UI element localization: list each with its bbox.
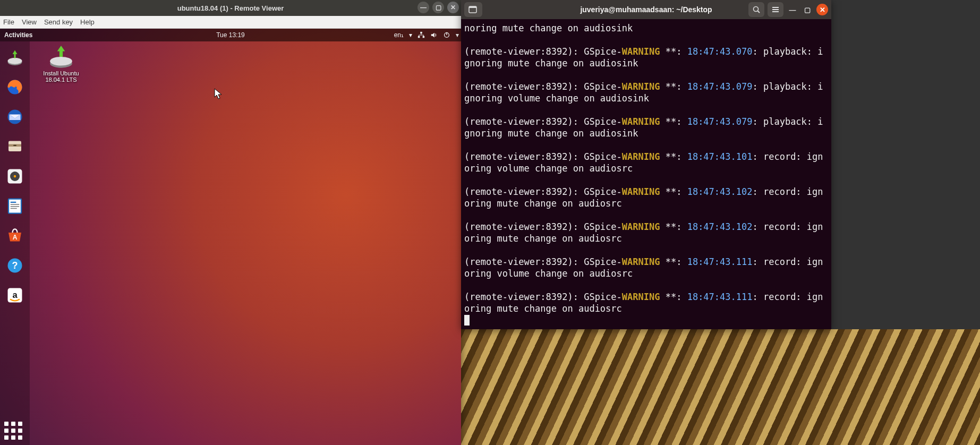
rv-minimize-button[interactable]: — bbox=[417, 2, 429, 13]
terminal-close-button[interactable]: ✕ bbox=[816, 4, 828, 15]
svg-rect-2 bbox=[423, 36, 425, 38]
guest-dock: A ? a bbox=[0, 41, 30, 445]
volume-icon[interactable] bbox=[430, 31, 438, 39]
newtab-icon bbox=[468, 5, 478, 14]
svg-point-14 bbox=[14, 175, 16, 178]
svg-rect-20 bbox=[11, 208, 17, 209]
dock-item-amazon[interactable]: a bbox=[3, 284, 27, 307]
rv-close-button[interactable]: ✕ bbox=[447, 2, 459, 13]
terminal-minimize-button[interactable]: — bbox=[787, 4, 798, 15]
svg-rect-17 bbox=[11, 202, 16, 203]
rv-titlebar[interactable]: ubuntu18.04 (1) - Remote Viewer — ▢ ✕ bbox=[0, 0, 461, 16]
activities-button[interactable]: Activities bbox=[2, 31, 32, 39]
guest-desktop[interactable]: Activities Tue 13:19 en₁ ▾ ▾ bbox=[0, 29, 461, 445]
terminal-window: juveriya@muhamaadsaan: ~/Desktop — ▢ ✕ n… bbox=[461, 0, 831, 329]
menu-file[interactable]: File bbox=[3, 18, 14, 26]
svg-rect-19 bbox=[11, 206, 20, 207]
dock-item-ubuntu-software[interactable]: A bbox=[3, 224, 27, 247]
svg-rect-32 bbox=[772, 7, 779, 8]
svg-text:?: ? bbox=[12, 260, 18, 271]
svg-rect-33 bbox=[772, 9, 779, 10]
show-applications-button[interactable] bbox=[4, 422, 22, 440]
svg-rect-1 bbox=[418, 36, 420, 38]
guest-topbar: Activities Tue 13:19 en₁ ▾ ▾ bbox=[0, 29, 461, 41]
svg-rect-18 bbox=[11, 204, 20, 205]
svg-rect-0 bbox=[420, 32, 422, 34]
menu-view[interactable]: View bbox=[22, 18, 37, 26]
dock-item-install[interactable] bbox=[3, 46, 27, 69]
power-icon[interactable] bbox=[443, 31, 450, 39]
terminal-maximize-button[interactable]: ▢ bbox=[802, 4, 813, 15]
terminal-newtab-button[interactable] bbox=[464, 2, 482, 17]
svg-point-30 bbox=[754, 7, 759, 12]
svg-rect-29 bbox=[469, 6, 476, 8]
svg-rect-11 bbox=[13, 145, 16, 146]
terminal-menu-button[interactable] bbox=[768, 2, 783, 17]
svg-point-6 bbox=[8, 58, 22, 64]
terminal-search-button[interactable] bbox=[748, 2, 764, 17]
terminal-title: juveriya@muhamaadsaan: ~/Desktop bbox=[580, 5, 712, 14]
rv-title: ubuntu18.04 (1) - Remote Viewer bbox=[177, 4, 284, 12]
menu-help[interactable]: Help bbox=[80, 18, 95, 26]
svg-rect-34 bbox=[772, 11, 779, 12]
dock-item-files[interactable] bbox=[3, 135, 27, 158]
menu-sendkey[interactable]: Send key bbox=[44, 18, 73, 26]
dock-item-help[interactable]: ? bbox=[3, 254, 27, 277]
install-drive-icon bbox=[48, 45, 74, 68]
svg-text:a: a bbox=[12, 290, 18, 299]
rv-menubar: File View Send key Help bbox=[0, 16, 461, 29]
input-source-chevron-icon: ▾ bbox=[409, 31, 412, 39]
terminal-output[interactable]: noring mute change on audiosink (remote-… bbox=[461, 19, 831, 329]
rv-maximize-button[interactable]: ▢ bbox=[432, 2, 444, 13]
desktop-icon-install-ubuntu[interactable]: Install Ubuntu 18.04.1 LTS bbox=[37, 45, 85, 83]
svg-line-31 bbox=[758, 11, 760, 13]
dock-item-firefox[interactable] bbox=[3, 75, 27, 99]
svg-text:A: A bbox=[13, 234, 18, 241]
input-source-indicator[interactable]: en₁ bbox=[394, 31, 404, 39]
svg-point-27 bbox=[50, 57, 72, 66]
guest-clock[interactable]: Tue 13:19 bbox=[216, 31, 245, 39]
svg-rect-4 bbox=[446, 32, 447, 35]
terminal-titlebar[interactable]: juveriya@muhamaadsaan: ~/Desktop — ▢ ✕ bbox=[461, 0, 831, 19]
search-icon bbox=[752, 5, 761, 14]
hamburger-icon bbox=[771, 5, 780, 14]
dock-item-thunderbird[interactable] bbox=[3, 105, 27, 129]
system-menu-chevron-icon: ▾ bbox=[456, 31, 459, 39]
dock-item-rhythmbox[interactable] bbox=[3, 165, 27, 188]
dock-item-libreoffice-writer[interactable] bbox=[3, 194, 27, 218]
cursor-icon bbox=[214, 88, 223, 100]
remote-viewer-window: ubuntu18.04 (1) - Remote Viewer — ▢ ✕ Fi… bbox=[0, 0, 461, 445]
guest-status-area[interactable]: en₁ ▾ ▾ bbox=[394, 31, 459, 39]
network-icon[interactable] bbox=[417, 31, 425, 39]
desktop-icon-label: Install Ubuntu 18.04.1 LTS bbox=[37, 70, 85, 83]
